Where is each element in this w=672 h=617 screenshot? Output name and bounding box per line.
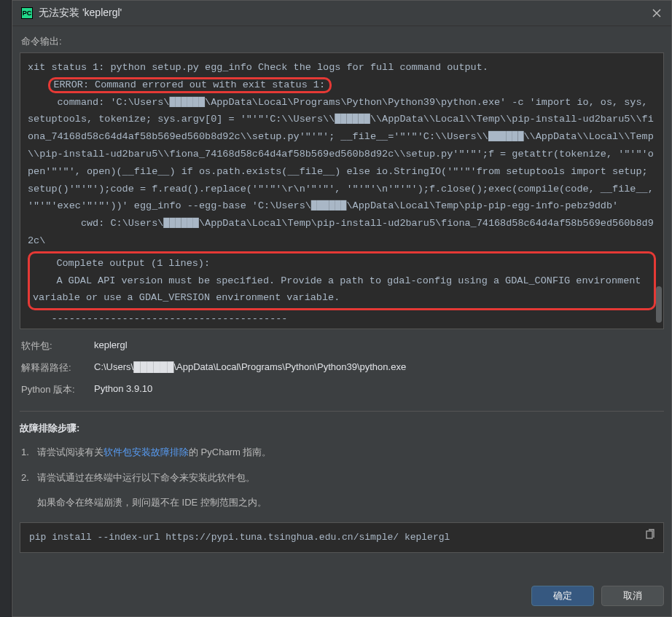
command-output-box[interactable]: xit status 1: python setup.py egg_info C… bbox=[20, 52, 664, 329]
output-line: xit status 1: python setup.py egg_info C… bbox=[28, 62, 488, 73]
scrollbar-thumb[interactable] bbox=[656, 286, 662, 323]
error-highlight: ERROR: Command errored out with exit sta… bbox=[48, 77, 332, 93]
pyversion-value: Python 3.9.10 bbox=[94, 383, 152, 396]
interpreter-label: 解释器路径: bbox=[21, 361, 94, 374]
divider bbox=[20, 411, 664, 412]
troubleshoot-step-2-note: 如果命令在终端崩溃，则问题不在 IDE 控制范围之内。 bbox=[20, 496, 664, 509]
output-cwd: cwd: C:\Users\██████\AppData\Local\Temp\… bbox=[28, 218, 654, 246]
dialog-title: 无法安装 'keplergl' bbox=[39, 7, 645, 20]
install-error-dialog: PC 无法安装 'keplergl' 命令输出: xit status 1: p… bbox=[12, 0, 672, 617]
package-label: 软件包: bbox=[21, 339, 94, 353]
cancel-button[interactable]: 取消 bbox=[601, 586, 664, 606]
step-number: 2. bbox=[21, 471, 37, 486]
gdal-error-highlight: Complete output (1 lines): A GDAL API ve… bbox=[28, 251, 656, 310]
troubleshoot-guide-link[interactable]: 软件包安装故障排除 bbox=[103, 447, 189, 457]
pycharm-icon: PC bbox=[21, 7, 33, 19]
ide-left-gutter bbox=[0, 0, 12, 617]
dialog-content: 命令输出: xit status 1: python setup.py egg_… bbox=[12, 26, 671, 574]
ok-button[interactable]: 确定 bbox=[531, 586, 594, 606]
interpreter-value: C:\Users\██████\AppData\Local\Programs\P… bbox=[94, 361, 406, 374]
pip-command-text: pip install --index-url https://pypi.tun… bbox=[29, 532, 450, 543]
copy-icon[interactable] bbox=[644, 529, 656, 543]
output-command-block: command: 'C:\Users\██████\AppData\Local\… bbox=[28, 97, 660, 212]
titlebar: PC 无法安装 'keplergl' bbox=[12, 1, 671, 26]
dialog-buttons: 确定 取消 bbox=[12, 574, 671, 616]
troubleshoot-title: 故障排除步骤: bbox=[20, 422, 664, 435]
troubleshoot-step-2: 2.请尝试通过在终端中运行以下命令来安装此软件包。 bbox=[20, 471, 664, 486]
package-info: 软件包: keplergl 解释器路径: C:\Users\██████\App… bbox=[20, 339, 664, 405]
package-value: keplergl bbox=[94, 339, 128, 353]
command-output-label: 命令输出: bbox=[20, 35, 664, 48]
pip-command-box[interactable]: pip install --index-url https://pypi.tun… bbox=[20, 522, 664, 553]
pyversion-label: Python 版本: bbox=[21, 383, 94, 396]
output-dashes: ---------------------------------------- bbox=[28, 313, 287, 324]
close-icon[interactable] bbox=[651, 7, 663, 19]
troubleshoot-step-1: 1.请尝试阅读有关软件包安装故障排除的 PyCharm 指南。 bbox=[20, 445, 664, 460]
step-number: 1. bbox=[21, 445, 37, 460]
svg-rect-0 bbox=[646, 531, 652, 538]
